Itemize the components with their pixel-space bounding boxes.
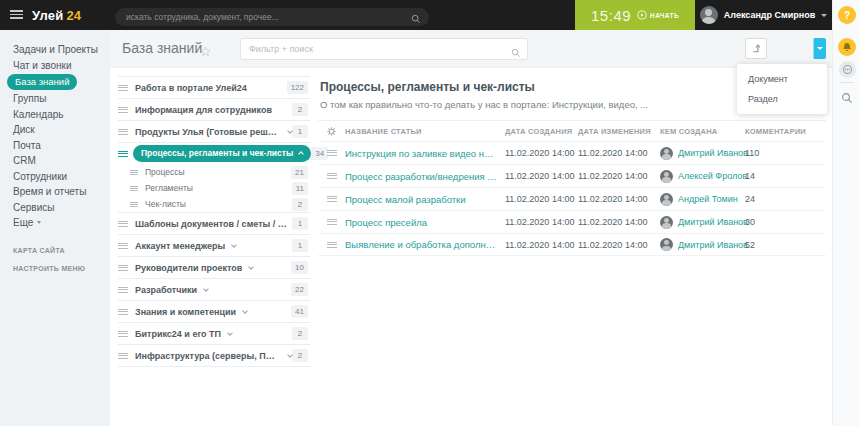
row-menu-icon[interactable] (327, 150, 345, 156)
chevron-down-icon[interactable] (227, 330, 233, 336)
row-menu-icon[interactable] (327, 242, 345, 248)
article-link[interactable]: Выявление и обработка дополнительных тре… (345, 239, 505, 250)
add-button-dropdown[interactable] (813, 38, 826, 59)
sidebar-item-tasks[interactable]: Задачи и Проекты (0, 42, 110, 58)
logo[interactable]: Улей24 (32, 8, 81, 23)
search-icon (411, 10, 421, 28)
favorite-star-icon[interactable] (200, 43, 211, 61)
menu-item-section[interactable]: Раздел (737, 89, 827, 109)
rail-search-button[interactable] (841, 90, 853, 108)
drag-handle-icon[interactable] (118, 107, 128, 113)
chevron-up-icon (298, 151, 304, 157)
sidebar-item-calendar[interactable]: Календарь (0, 107, 110, 123)
notifications-button[interactable] (838, 38, 856, 56)
count-badge: 1 (292, 239, 308, 252)
sidebar-item-knowledge-base[interactable]: База знаний (0, 73, 110, 91)
user-menu[interactable]: Александр Смирнов (695, 0, 832, 30)
tree-item[interactable]: Битрикс24 и его ТП 2 (118, 323, 310, 344)
col-header-title[interactable]: НАЗВАНИЕ СТАТЬИ (345, 127, 505, 136)
author-cell[interactable]: Андрей Томин (660, 193, 745, 206)
comments-count: 14 (745, 171, 826, 181)
tree-subitem[interactable]: Процессы 21 (118, 164, 310, 180)
start-workday-button[interactable]: НАЧАТЬ (637, 10, 679, 20)
drag-handle-icon[interactable] (118, 287, 128, 293)
chevron-down-icon[interactable] (249, 264, 255, 270)
tree-item-active[interactable]: Процессы, регламенты и чек-листы 34 (118, 143, 310, 164)
col-header-author[interactable]: КЕМ СОЗДАНА (660, 127, 745, 136)
menu-item-document[interactable]: Документ (737, 69, 827, 89)
tree-group: Информация для сотрудников 2 (118, 99, 310, 121)
drag-handle-icon[interactable] (130, 202, 138, 207)
article-link[interactable]: Процесс разработки/внедрения CRM (345, 171, 505, 182)
sidebar-item-disk[interactable]: Диск (0, 122, 110, 138)
tree-item[interactable]: Продукты Улья (Готовые решения) 1 (118, 121, 310, 142)
author-name: Дмитрий Иванов (678, 148, 748, 158)
author-cell[interactable]: Дмитрий Иванов (660, 147, 745, 160)
grid-settings-gear-icon[interactable] (327, 127, 345, 136)
tree-item[interactable]: Знания и компетенции 41 (118, 301, 310, 322)
article-link[interactable]: Процесс малой разработки (345, 194, 505, 205)
drag-handle-icon[interactable] (130, 186, 138, 191)
global-search-input[interactable] (115, 8, 429, 26)
sidebar-item-crm[interactable]: CRM (0, 153, 110, 169)
col-header-comments[interactable]: КОММЕНТАРИИ (745, 127, 826, 136)
row-menu-icon[interactable] (327, 196, 345, 202)
messenger-button[interactable] (839, 61, 856, 78)
tree-item[interactable]: Шаблоны документов / сметы / брифы 1 (118, 213, 310, 234)
drag-handle-icon[interactable] (118, 129, 128, 135)
author-cell[interactable]: Алексей Фролов (660, 170, 745, 183)
chevron-down-icon[interactable] (242, 308, 248, 314)
count-badge: 1 (292, 125, 308, 138)
page-title: База знаний (122, 40, 202, 56)
tree-subitem[interactable]: Чек-листы 2 (118, 196, 310, 212)
tree-item[interactable]: Руководители проектов 10 (118, 257, 310, 278)
sidebar-item-chat[interactable]: Чат и звонки (0, 58, 110, 74)
tree-item[interactable]: Инфраструктура (серверы, ПО, схема работ… (118, 345, 310, 366)
sidebar-item-services[interactable]: Сервисы (0, 200, 110, 216)
drag-handle-icon[interactable] (130, 170, 138, 175)
sidebar-item-mail[interactable]: Почта (0, 138, 110, 154)
row-menu-icon[interactable] (327, 219, 345, 225)
drag-handle-icon[interactable] (118, 331, 128, 337)
customize-menu-link[interactable]: НАСТРОИТЬ МЕНЮ (13, 265, 110, 272)
row-menu-icon[interactable] (327, 173, 345, 179)
chevron-down-icon[interactable] (203, 286, 209, 292)
drag-handle-icon[interactable] (118, 85, 128, 91)
tree-group: Битрикс24 и его ТП 2 (118, 323, 310, 345)
author-cell[interactable]: Дмитрий Иванов (660, 216, 745, 229)
table-header: НАЗВАНИЕ СТАТЬИ ДАТА СОЗДАНИЯ ДАТА ИЗМЕН… (318, 121, 826, 141)
help-button[interactable]: ? (838, 6, 856, 24)
up-level-button[interactable] (745, 38, 767, 59)
main-menu-icon[interactable] (10, 10, 23, 19)
col-header-created[interactable]: ДАТА СОЗДАНИЯ (505, 127, 578, 136)
author-cell[interactable]: Дмитрий Иванов (660, 238, 745, 251)
tree-item[interactable]: Работа в портале Улей24 122 (118, 77, 310, 98)
chevron-down-icon (817, 47, 823, 50)
sidebar-item-employees[interactable]: Сотрудники (0, 169, 110, 185)
drag-handle-icon[interactable] (118, 243, 128, 249)
chevron-down-icon[interactable] (231, 242, 237, 248)
tree-item[interactable]: Аккаунт менеджеры 1 (118, 235, 310, 256)
filter-search-input[interactable] (240, 38, 528, 60)
col-header-modified[interactable]: ДАТА ИЗМЕНЕНИЯ (578, 127, 660, 136)
site-map-link[interactable]: КАРТА САЙТА (13, 247, 110, 254)
workday-timer[interactable]: 15:49 НАЧАТЬ (575, 0, 695, 30)
article-link[interactable]: Процесс пресейла (345, 217, 505, 228)
drag-handle-icon[interactable] (118, 353, 128, 359)
sidebar-item-time-reports[interactable]: Время и отчеты (0, 184, 110, 200)
sidebar-item-groups[interactable]: Группы (0, 91, 110, 107)
drag-handle-icon[interactable] (118, 151, 128, 157)
count-badge: 122 (287, 81, 308, 94)
article-link[interactable]: Инструкция по заливке видео на youtube (345, 148, 505, 159)
sidebar-item-more[interactable]: Еще (0, 215, 110, 231)
drag-handle-icon[interactable] (118, 309, 128, 315)
drag-handle-icon[interactable] (118, 265, 128, 271)
tree-subitem[interactable]: Регламенты 11 (118, 180, 310, 196)
date-created: 11.02.2020 14:00 (505, 194, 578, 204)
author-name: Алексей Фролов (678, 171, 747, 181)
drag-handle-icon[interactable] (118, 221, 128, 227)
active-section-pill[interactable]: Процессы, регламенты и чек-листы (133, 145, 311, 162)
tree-item[interactable]: Информация для сотрудников 2 (118, 99, 310, 120)
tree-item[interactable]: Разработчики 22 (118, 279, 310, 300)
add-button[interactable]: ДОБАВИТЬ (813, 38, 826, 59)
